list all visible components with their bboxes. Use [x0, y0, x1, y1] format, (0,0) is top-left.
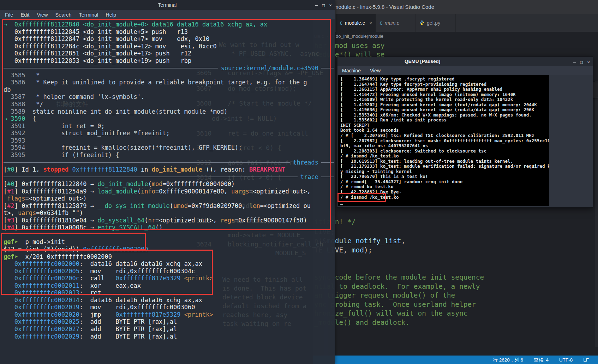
- terminal-line: 3588 */: [4, 101, 334, 108]
- gef-section-separator: threads: [4, 159, 334, 166]
- qemu-console-line: / # insmod /ko_test.ko: [340, 154, 547, 159]
- text-segment: module_notify_list: [327, 237, 401, 245]
- text-segment: 0xffffffff81122847 <do_init_module+7> mo…: [4, 35, 209, 42]
- text-segment: ync probing task. Once userland helper: [314, 300, 476, 309]
- tab-module-c[interactable]: Cmodule.c×: [336, 14, 376, 32]
- qemu-console-line: [ 1.364689] Key type .fscrypt registered: [340, 77, 547, 82]
- text-segment: : mov rdi,0xffffffffc0003060: [79, 304, 195, 311]
- text-segment: 3595: [4, 151, 25, 159]
- text-segment: =<optimized out>): [25, 195, 86, 202]
- terminal-line: 0xffffffffc0002020: jmp 0xffffffff817e53…: [4, 311, 334, 318]
- text-segment: ] 0xffffffff81a0008c →: [14, 224, 97, 231]
- tab-main-c[interactable]: Cmain.c: [376, 14, 416, 32]
- text-segment: [4, 260, 14, 267]
- status-item-eol[interactable]: LF: [583, 356, 589, 364]
- text-segment: [4, 195, 7, 202]
- text-segment: =0xffffc90000147f58): [235, 217, 307, 224]
- text-segment: an trigger request_module() of the: [314, 291, 455, 299]
- text-segment: (: [148, 180, 151, 187]
- text-segment: [: [4, 180, 7, 187]
- qemu-console-line: bf9, max_idle_ns: 440795207641 ns: [340, 143, 547, 149]
- terminal-line: 0xffffffffc0002005: mov rdi,0xffffffffc0…: [4, 268, 334, 275]
- text-segment: 3594: [4, 144, 25, 151]
- terminal-line: 0xffffffffc0002027: add BYTE PTR [rax],a…: [4, 326, 334, 333]
- text-segment: 0xffffffff8112284c <do_init_module+12> m…: [4, 43, 217, 50]
- qemu-console-line: [ 23.796570] This is a test ko!: [340, 174, 547, 179]
- status-item-cursor-position[interactable]: 行 2620，列 6: [493, 356, 523, 364]
- terminal-line: 0xffffffffc0002011: xor eax,eax: [4, 282, 334, 290]
- terminal-line: 0xffffffffc0002000: data16 data16 data16…: [4, 260, 334, 268]
- qemu-window-title: QEMU [Paused]: [405, 57, 440, 66]
- vscode-tab-strip: Cmodule.c×Cmain.cgef.py: [313, 14, 598, 32]
- breadcrumb[interactable]: ule.c › ◳ do_init_module(module: [313, 32, 598, 41]
- qemu-titlebar: QEMU [Paused] –□×: [337, 57, 593, 66]
- text-segment: 0xffffffff81122845 <do_init_module+5> pu…: [4, 28, 188, 35]
- text-segment: (: [170, 202, 173, 209]
- text-segment: [4, 304, 14, 311]
- text-segment: */: [25, 101, 43, 108]
- text-segment: [4, 282, 14, 289]
- text-segment: [: [4, 166, 7, 173]
- text-segment: freeinit = kmalloc(sizeof(*freeinit), GF…: [25, 144, 242, 151]
- text-segment: info: [141, 188, 155, 195]
- qemu-console-line: / # [ 2.207591] tsc: Refined TSC clockso…: [340, 133, 547, 138]
- text-segment: =0xffffffffc0004000): [162, 180, 235, 187]
- text-segment: gef➤: [4, 238, 18, 245]
- text-segment: * Keep it uninlined to provide a reliabl…: [25, 79, 307, 86]
- terminal-output[interactable]: → 0xffffffff81122840 <do_init_module+0> …: [4, 21, 334, 364]
- qemu-console-line: [ 1.419202] Freeing unused kernel image …: [340, 102, 547, 108]
- tab-label: module.c: [345, 20, 365, 26]
- text-segment: #1: [7, 188, 14, 195]
- qemu-console-line: [ 2.208303] clocksource: Switched to clo…: [340, 149, 547, 154]
- text-segment: 0xffffffffc0002000: [14, 260, 79, 267]
- qemu-menu-view[interactable]: View: [370, 68, 381, 73]
- text-segment: : jmp: [79, 311, 115, 318]
- qemu-console-line: Boot took 1.64 seconds: [340, 128, 547, 133]
- status-bar-right-items: 行 2620，列 6空格: 4UTF-8LF: [493, 356, 589, 364]
- qemu-console-output[interactable]: [ 1.364689] Key type .fscrypt registered…: [338, 75, 549, 206]
- qemu-console-line: [ 1.416889] Write protecting the kernel …: [340, 97, 547, 102]
- editor-right-gutter: [595, 81, 598, 347]
- terminal-line: 3587 * helper command 'lx-symbols'.: [4, 93, 334, 101]
- text-segment: <printk>: [184, 275, 213, 282]
- terminal-line: flags=<optimized out>): [4, 195, 334, 202]
- code-line-fragment: hronize_full() will wait on the async: [314, 309, 467, 318]
- terminal-line: $12 = (int (*)(void)) 0xffffffffc0002000: [4, 246, 334, 253]
- text-segment: $12 = (int (*)(void)): [4, 246, 83, 253]
- text-segment: 0xffffffffc0002013: [14, 289, 79, 296]
- qemu-console-line: [ 21.179233] ko_test: module verificatio…: [340, 164, 547, 169]
- text-segment: [4, 326, 14, 333]
- terminal-line: 0xffffffffc0002013: ret: [4, 289, 334, 297]
- code-line-fragment: an trigger request_module() of the: [314, 291, 455, 300]
- text-segment: ] Id 1,: [14, 166, 43, 173]
- qemu-console-line: [ 1.535340] x86/mm: Checked W+X mappings…: [340, 113, 547, 118]
- qemu-close-icon[interactable]: ×: [587, 59, 590, 65]
- terminal-line: 0xffffffffc0002019: mov rdi,0xffffffffc0…: [4, 304, 334, 311]
- terminal-line: 0xffffffffc0002014: data16 data16 data16…: [4, 297, 334, 304]
- status-item-encoding[interactable]: UTF-8: [559, 356, 573, 364]
- text-segment: gef➤: [4, 253, 18, 260]
- text-segment: 0xffffffffc0002020: [14, 311, 79, 318]
- terminal-line: 0xffffffff8112284c <do_init_module+12> m…: [4, 43, 334, 50]
- terminal-line: 3593: [4, 137, 334, 144]
- qemu-minimize-icon[interactable]: –: [573, 59, 576, 65]
- qemu-menu-machine[interactable]: Machine: [342, 68, 361, 73]
- vscode-window-title: module.c - linux-5.9.8 - Visual Studio C…: [334, 0, 434, 14]
- qemu-maximize-icon[interactable]: □: [580, 59, 583, 65]
- text-segment: [4, 289, 14, 296]
- terminal-line: [#2] 0xffffffff81125879 → __do_sys_init_…: [4, 202, 334, 210]
- text-segment: #4: [7, 224, 14, 231]
- gef-section-label: threads: [290, 159, 321, 166]
- tab-close-icon[interactable]: ×: [369, 20, 372, 26]
- terminal-line: [#4] 0xffffffff81a0008c → entry_SYSCALL_…: [4, 224, 334, 231]
- text-segment: * helper command 'lx-symbols'.: [25, 93, 144, 100]
- tab-gef-py[interactable]: gef.py: [416, 14, 456, 32]
- status-item-indentation[interactable]: 空格: 4: [534, 356, 549, 364]
- text-segment: ] 0xffffffff81125879 →: [14, 202, 97, 209]
- terminal-line: 0xffffffff81122845 <do_init_module+5> pu…: [4, 28, 334, 36]
- text-segment: *: [25, 72, 40, 79]
- text-segment: : mov rdi,0xffffffffc000304c: [79, 268, 195, 275]
- terminal-line: [#0] Id 1, stopped 0xffffffff81122840 in…: [4, 166, 334, 173]
- text-segment: flags: [7, 195, 25, 202]
- tab-label: main.c: [385, 20, 399, 26]
